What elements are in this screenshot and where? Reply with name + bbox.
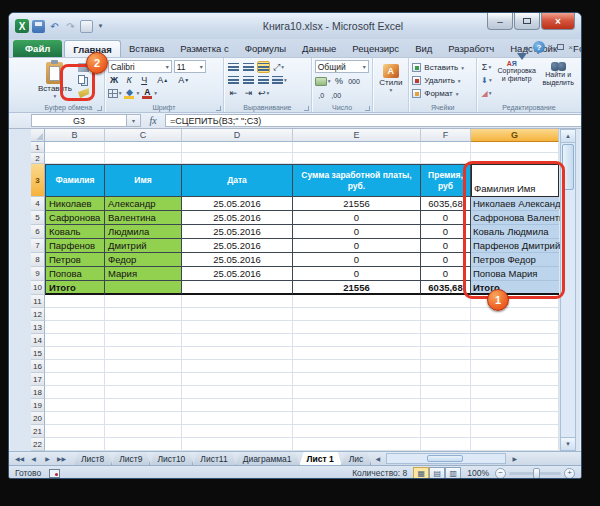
ribbon-tab-3[interactable]: Разметка с xyxy=(172,40,236,57)
cell-E4[interactable]: 21556 xyxy=(293,197,421,211)
cell-C21[interactable] xyxy=(105,425,182,438)
column-header-B[interactable]: B xyxy=(45,129,105,142)
cell-B9[interactable]: Попова xyxy=(45,267,105,281)
doc-close-icon[interactable]: × xyxy=(568,43,573,52)
cell-B6[interactable]: Коваль xyxy=(45,225,105,239)
scroll-up-icon[interactable]: ▲ xyxy=(561,130,575,143)
fill-button[interactable]: ⬇▾ xyxy=(480,74,493,86)
increase-decimal-icon[interactable]: ,0 xyxy=(315,89,328,101)
cell-B20[interactable] xyxy=(45,412,105,425)
cell-E13[interactable] xyxy=(293,321,421,334)
first-sheet-icon[interactable]: ◀◀ xyxy=(13,453,26,464)
clear-button[interactable]: ◢▾ xyxy=(480,87,493,99)
cell-F1[interactable] xyxy=(421,142,471,153)
row-header-16[interactable]: 16 xyxy=(31,360,45,373)
column-header-F[interactable]: F xyxy=(421,129,471,142)
sheet-tab-3[interactable]: Лист10 xyxy=(150,452,193,465)
column-header-D[interactable]: D xyxy=(182,129,293,142)
minimize-button[interactable]: – xyxy=(487,13,513,30)
cell-F20[interactable] xyxy=(421,412,471,425)
doc-minimize-icon[interactable]: – xyxy=(549,43,553,52)
cell-E12[interactable] xyxy=(293,308,421,321)
grow-font-button[interactable]: А▲ xyxy=(153,74,173,86)
cell-E10[interactable]: 21556 xyxy=(293,281,421,295)
cell-G11[interactable] xyxy=(471,295,559,308)
cell-C12[interactable] xyxy=(105,308,182,321)
align-bottom-icon[interactable] xyxy=(257,61,270,73)
cell-F10[interactable]: 6035,68 xyxy=(421,281,471,295)
cell-E18[interactable] xyxy=(293,386,421,399)
cell-B19[interactable] xyxy=(45,399,105,412)
italic-button[interactable]: К xyxy=(123,74,136,86)
row-header-7[interactable]: 7 xyxy=(31,239,45,253)
cell-B13[interactable] xyxy=(45,321,105,334)
cell-C13[interactable] xyxy=(105,321,182,334)
cell-C20[interactable] xyxy=(105,412,182,425)
cell-E14[interactable] xyxy=(293,334,421,347)
cell-D2[interactable] xyxy=(182,153,293,164)
row-header-2[interactable]: 2 xyxy=(31,153,45,164)
row-header-13[interactable]: 13 xyxy=(31,321,45,334)
cell-B3[interactable]: Фамилия xyxy=(45,164,105,197)
insert-function-button[interactable]: fx xyxy=(141,115,165,126)
redo-icon[interactable]: ↷ xyxy=(64,20,77,33)
row-header-8[interactable]: 8 xyxy=(31,253,45,267)
cell-C22[interactable] xyxy=(105,438,182,451)
font-color-button[interactable]: А▾ xyxy=(141,87,157,99)
collapse-ribbon-icon[interactable]: ▴ xyxy=(525,43,529,52)
cell-E5[interactable]: 0 xyxy=(293,211,421,225)
cell-G1[interactable] xyxy=(471,142,559,153)
row-header-14[interactable]: 14 xyxy=(31,334,45,347)
row-header-15[interactable]: 15 xyxy=(31,347,45,360)
scroll-down-icon[interactable]: ▼ xyxy=(561,437,575,450)
format-painter-icon[interactable] xyxy=(77,87,90,99)
cell-D6[interactable]: 25.05.2016 xyxy=(182,225,293,239)
cell-D7[interactable]: 25.05.2016 xyxy=(182,239,293,253)
cell-F2[interactable] xyxy=(421,153,471,164)
sheet-tab-6[interactable]: Лист 1 xyxy=(300,452,342,465)
cell-F7[interactable]: 0 xyxy=(421,239,471,253)
number-format-combo[interactable]: Общий▾ xyxy=(315,60,369,73)
cell-F5[interactable]: 0 xyxy=(421,211,471,225)
doc-restore-icon[interactable] xyxy=(557,44,564,50)
cell-C9[interactable]: Мария xyxy=(105,267,182,281)
underline-button[interactable]: Ч xyxy=(138,74,151,86)
cell-D10[interactable] xyxy=(182,281,293,295)
cell-E16[interactable] xyxy=(293,360,421,373)
cell-C15[interactable] xyxy=(105,347,182,360)
styles-button[interactable]: А Стили ▾ xyxy=(376,63,405,94)
copy-icon[interactable] xyxy=(77,74,90,86)
row-header-1[interactable]: 1 xyxy=(31,142,45,153)
zoom-out-icon[interactable]: − xyxy=(495,468,506,479)
cell-F21[interactable] xyxy=(421,425,471,438)
cell-G22[interactable] xyxy=(471,438,559,451)
cell-F18[interactable] xyxy=(421,386,471,399)
qat-customize-icon[interactable]: ▾ xyxy=(96,20,105,33)
tab-scroll-right-icon[interactable]: ▶ xyxy=(508,452,521,465)
align-center-icon[interactable] xyxy=(242,74,255,86)
horizontal-scrollbar[interactable] xyxy=(386,453,506,464)
cell-D4[interactable]: 25.05.2016 xyxy=(182,197,293,211)
ribbon-tab-7[interactable]: Вид xyxy=(407,40,440,57)
cell-F6[interactable]: 0 xyxy=(421,225,471,239)
row-header-9[interactable]: 9 xyxy=(31,267,45,281)
sheet-tab-1[interactable]: Лист8 xyxy=(74,452,112,465)
save-icon[interactable] xyxy=(32,20,45,33)
column-header-E[interactable]: E xyxy=(293,129,421,142)
cell-D8[interactable]: 25.05.2016 xyxy=(182,253,293,267)
fill-color-button[interactable]: ◆▾ xyxy=(123,87,139,99)
cell-D14[interactable] xyxy=(182,334,293,347)
cell-E2[interactable] xyxy=(293,153,421,164)
column-header-G[interactable]: G xyxy=(471,129,559,142)
row-header-5[interactable]: 5 xyxy=(31,211,45,225)
cell-G3[interactable]: Фамилия Имя xyxy=(471,164,559,197)
ribbon-tab-file[interactable]: Файл xyxy=(13,40,62,57)
row-header-12[interactable]: 12 xyxy=(31,308,45,321)
tab-scroll-left-icon[interactable]: ◀ xyxy=(371,452,384,465)
cell-E21[interactable] xyxy=(293,425,421,438)
cell-B8[interactable]: Петров xyxy=(45,253,105,267)
sheet-tab-5[interactable]: Диаграмма1 xyxy=(236,452,300,465)
prev-sheet-icon[interactable]: ◀ xyxy=(27,453,40,464)
cell-F22[interactable] xyxy=(421,438,471,451)
number-dialog-launcher[interactable] xyxy=(365,106,370,111)
